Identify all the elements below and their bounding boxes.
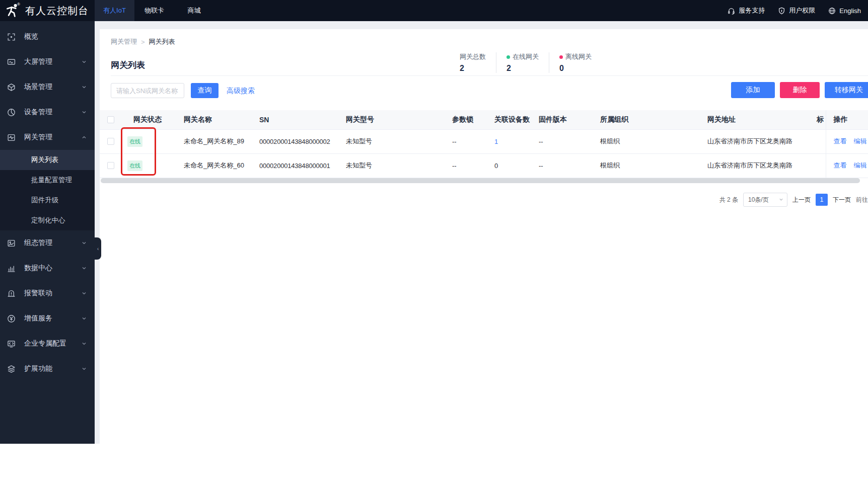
picture-icon — [7, 239, 16, 248]
page-title: 网关列表 — [111, 59, 145, 71]
stat-offline-value: 0 — [559, 64, 592, 73]
sidebar-item-gateway-list[interactable]: 网关列表 — [0, 150, 95, 170]
alarm-icon — [7, 289, 16, 298]
chevron-down-icon — [82, 266, 87, 271]
select-all-checkbox[interactable] — [107, 116, 114, 123]
section-divider — [111, 75, 868, 76]
breadcrumb: 网关管理 > 网关列表 — [111, 37, 175, 46]
cell-gateway-name: 未命名_网关名称_89 — [176, 129, 252, 153]
cell-param-lock: -- — [445, 153, 487, 178]
online-dot — [507, 55, 510, 59]
chevron-down-icon — [82, 240, 87, 246]
sidebar-item-enterprise-config[interactable]: 企业专属配置 — [0, 331, 95, 356]
header-tag-truncated: 标 — [809, 110, 826, 129]
gateway-submenu: 网关列表 批量配置管理 固件升级 定制化中心 — [0, 150, 95, 230]
cell-linked-devices: 0 — [487, 153, 531, 178]
sidebar-item-device-management[interactable]: 设备管理 — [0, 100, 95, 125]
row-checkbox[interactable] — [107, 162, 114, 169]
chevron-down-icon — [82, 341, 87, 346]
cell-model: 未知型号 — [338, 129, 445, 153]
horizontal-scrollbar[interactable] — [101, 178, 860, 183]
user-permission-link[interactable]: 用户权限 — [778, 6, 815, 15]
cell-tag — [809, 153, 826, 178]
sidebar-collapse-handle[interactable]: ‹ — [95, 237, 101, 260]
headset-icon — [728, 7, 735, 15]
service-support-link[interactable]: 服务支持 — [728, 6, 765, 15]
header-linked-devices: 关联设备数 — [487, 110, 531, 129]
view-link[interactable]: 查看 — [834, 137, 847, 146]
sidebar-item-firmware-upgrade[interactable]: 固件升级 — [0, 190, 95, 210]
layers-icon — [7, 365, 16, 373]
linked-devices-count-link[interactable]: 1 — [494, 138, 498, 145]
language-switch-link[interactable]: English — [828, 7, 861, 15]
advanced-search-link[interactable]: 高级搜索 — [227, 83, 255, 98]
registered-mark: ® — [17, 2, 20, 7]
chevron-up-icon — [82, 135, 87, 140]
header-sn: SN — [252, 110, 338, 129]
sidebar-item-alarm-linkage[interactable]: 报警联动 — [0, 281, 95, 306]
tab-youren-iot[interactable]: 有人IoT — [95, 0, 134, 21]
sidebar-item-scene-management[interactable]: 场景管理 — [0, 74, 95, 100]
prev-page-button[interactable]: 上一页 — [792, 196, 811, 204]
device-pie-icon — [7, 108, 16, 117]
header-model: 网关型号 — [338, 110, 445, 129]
header-param-lock: 参数锁 — [445, 110, 487, 129]
query-button[interactable]: 查询 — [191, 83, 219, 98]
gateway-icon — [7, 133, 16, 142]
sidebar-item-overview[interactable]: 概览 — [0, 24, 95, 49]
stat-online-value: 2 — [507, 64, 539, 73]
view-link[interactable]: 查看 — [834, 161, 847, 170]
app-window: ® 有人云控制台 有人IoT 物联卡 商城 服务支持 — [0, 0, 868, 488]
page-number-1[interactable]: 1 — [816, 194, 828, 206]
sidebar-item-extended-functions[interactable]: 扩展功能 — [0, 356, 95, 381]
sidebar-item-configuration-management[interactable]: 组态管理 — [0, 230, 95, 256]
overview-icon — [7, 33, 16, 41]
search-input[interactable] — [111, 83, 184, 98]
scene-cube-icon — [7, 83, 16, 92]
sidebar-item-batch-config[interactable]: 批量配置管理 — [0, 170, 95, 190]
next-page-button[interactable]: 下一页 — [833, 196, 851, 204]
cell-sn: 00002000143848000002 — [252, 129, 338, 153]
stat-total-value: 2 — [460, 64, 486, 73]
chevron-down-icon — [82, 316, 87, 321]
transfer-gateway-button[interactable]: 转移网关 — [825, 82, 868, 98]
breadcrumb-parent[interactable]: 网关管理 — [111, 37, 137, 46]
row-checkbox[interactable] — [107, 138, 114, 145]
brand-title: 有人云控制台 — [25, 4, 89, 18]
breadcrumb-separator: > — [141, 38, 145, 46]
top-tabs: 有人IoT 物联卡 商城 — [95, 0, 214, 21]
sidebar: 概览 大屏管理 场景管理 — [0, 21, 95, 444]
table-row: 在线 未命名_网关名称_89 00002000143848000002 未知型号… — [100, 129, 868, 153]
cell-org: 根组织 — [593, 153, 700, 178]
page-size-select[interactable]: 10条/页 — [743, 193, 787, 207]
goto-page-label: 前往 — [856, 196, 868, 204]
tab-mall[interactable]: 商城 — [174, 0, 214, 21]
stat-total-gateways: 网关总数 2 — [460, 52, 496, 73]
table-header-row: 网关状态 网关名称 SN 网关型号 参数锁 关联设备数 固件版本 所属组织 网关… — [100, 110, 868, 129]
brand-logo: ® 有人云控制台 — [0, 0, 95, 21]
tab-iot-card[interactable]: 物联卡 — [134, 0, 174, 21]
table-row: 在线 未命名_网关名称_60 00002000143848000001 未知型号… — [100, 153, 868, 178]
sidebar-item-gateway-management[interactable]: 网关管理 — [0, 125, 95, 150]
status-badge-online: 在线 — [127, 160, 142, 171]
cell-tag — [809, 129, 826, 153]
sidebar-item-customization-center[interactable]: 定制化中心 — [0, 210, 95, 230]
stat-offline-gateways: 离线网关 0 — [549, 52, 602, 73]
edit-link[interactable]: 编辑 — [854, 137, 867, 146]
edit-link[interactable]: 编辑 — [854, 161, 867, 170]
header-org: 所属组织 — [593, 110, 700, 129]
sidebar-item-value-added-services[interactable]: 增值服务 — [0, 306, 95, 331]
offline-dot — [559, 55, 563, 59]
cell-firmware: -- — [531, 129, 593, 153]
cell-model: 未知型号 — [338, 153, 445, 178]
delete-button[interactable]: 删除 — [780, 82, 820, 98]
cell-gateway-name: 未命名_网关名称_60 — [176, 153, 252, 178]
cell-org: 根组织 — [593, 129, 700, 153]
sidebar-item-screen-management[interactable]: 大屏管理 — [0, 49, 95, 74]
topbar-right: 服务支持 用户权限 English — [728, 0, 861, 21]
main-content: 网关管理 > 网关列表 网关列表 网关总数 2 在线网关 2 离线网关 0 — [95, 21, 868, 444]
yuan-circle-icon — [7, 314, 16, 323]
add-button[interactable]: 添加 — [731, 82, 775, 98]
sidebar-item-data-center[interactable]: 数据中心 — [0, 256, 95, 281]
gateway-table: 网关状态 网关名称 SN 网关型号 参数锁 关联设备数 固件版本 所属组织 网关… — [100, 110, 868, 178]
